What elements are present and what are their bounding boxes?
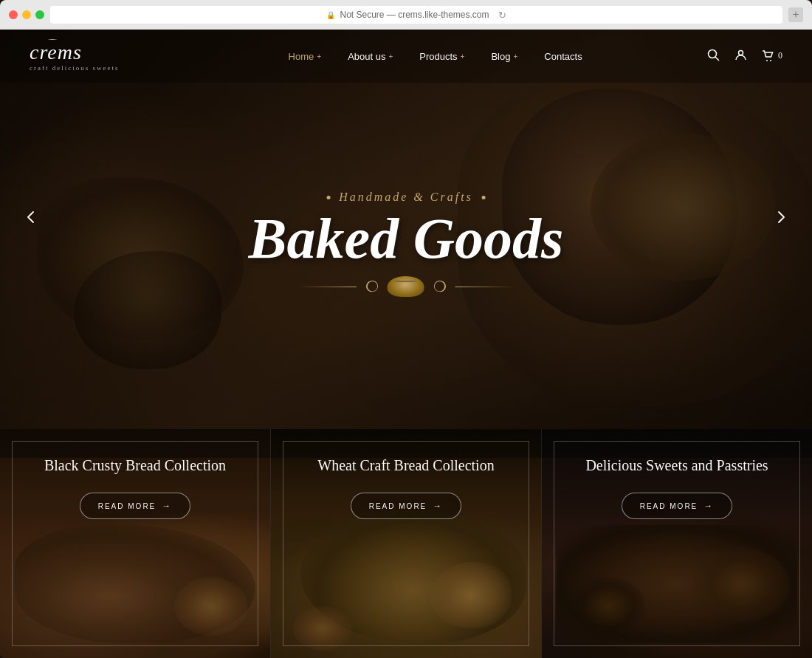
hero-content: Handmade & Crafts Baked Goods ❍ ❍ [249, 191, 564, 297]
search-icon[interactable] [707, 49, 720, 64]
logo-name: crems [30, 41, 119, 64]
nav-label-home: Home [289, 51, 314, 62]
bread-ornament-icon [388, 276, 424, 297]
ornament-curl-left: ❍ [365, 278, 379, 295]
svg-point-3 [766, 60, 768, 61]
card-3-texture-2 [694, 547, 790, 621]
card-1-btn-label: READ MORE [98, 502, 156, 510]
main-nav: Home + About us + Products + Blog + Cont… [163, 51, 706, 62]
nav-label-contacts: Contacts [544, 51, 582, 62]
nav-item-contacts[interactable]: Contacts [544, 51, 582, 62]
svg-line-1 [715, 57, 719, 61]
nav-item-about[interactable]: About us + [348, 51, 393, 62]
card-1-btn-arrow: → [162, 501, 172, 511]
nav-item-home[interactable]: Home + [289, 51, 322, 62]
nav-dropdown-icon-blog: + [513, 52, 517, 61]
site-container: crems craft delicious sweets Home + Abou… [0, 30, 812, 658]
card-2-content: Wheat Craft Bread Collection READ MORE → [271, 429, 541, 519]
lock-icon: 🔒 [326, 11, 335, 19]
new-tab-button[interactable]: + [788, 7, 803, 22]
slider-next-button[interactable] [765, 201, 797, 233]
svg-point-0 [708, 49, 716, 58]
card-3-btn-label: READ MORE [640, 502, 698, 510]
hero-title: Baked Goods [249, 210, 564, 267]
hero-ornament: ❍ ❍ [249, 276, 564, 297]
minimize-button[interactable] [22, 10, 31, 19]
card-sweets-passtries: Delicious Sweets and Passtries READ MORE… [542, 429, 812, 658]
user-icon[interactable] [734, 49, 747, 64]
nav-label-about: About us [348, 51, 385, 62]
card-2-btn-arrow: → [433, 501, 443, 511]
slider-prev-button[interactable] [15, 201, 47, 233]
card-2-read-more-button[interactable]: READ MORE → [351, 493, 462, 519]
nav-dropdown-icon-products: + [461, 52, 465, 61]
subtitle-dot-right [482, 196, 486, 199]
card-2-btn-label: READ MORE [369, 502, 427, 510]
card-3-btn-arrow: → [703, 501, 714, 511]
site-header: crems craft delicious sweets Home + Abou… [0, 30, 812, 83]
card-wheat-craft-bread: Wheat Craft Bread Collection READ MORE → [270, 429, 542, 658]
url-text: Not Secure — crems.like-themes.com [340, 10, 489, 20]
card-2-title: Wheat Craft Bread Collection [293, 456, 519, 475]
header-icons: 0 [707, 49, 782, 64]
ornament-line-left [297, 287, 357, 287]
card-1-texture-2 [174, 577, 248, 636]
nav-item-products[interactable]: Products + [419, 51, 464, 62]
cart-count: 0 [778, 50, 782, 61]
card-3-texture-3 [571, 577, 645, 636]
svg-point-2 [738, 50, 743, 55]
close-button[interactable] [9, 10, 18, 19]
card-3-content: Delicious Sweets and Passtries READ MORE… [542, 429, 812, 519]
traffic-lights [9, 10, 44, 19]
cart-icon[interactable]: 0 [762, 49, 782, 63]
card-2-texture-3 [293, 606, 352, 651]
card-1-read-more-button[interactable]: READ MORE → [80, 493, 191, 519]
card-3-title: Delicious Sweets and Passtries [564, 456, 790, 475]
browser-chrome: 🔒 Not Secure — crems.like-themes.com ↻ + [0, 0, 812, 30]
card-3-read-more-button[interactable]: READ MORE → [622, 493, 733, 519]
ornament-line-right [455, 287, 515, 287]
nav-item-blog[interactable]: Blog + [491, 51, 517, 62]
cards-section: Black Crusty Bread Collection READ MORE … [0, 429, 812, 658]
subtitle-dot-left [326, 196, 330, 199]
svg-point-4 [770, 60, 771, 61]
card-black-crusty-bread: Black Crusty Bread Collection READ MORE … [0, 429, 270, 658]
nav-label-products: Products [419, 51, 457, 62]
hero-section: Handmade & Crafts Baked Goods ❍ ❍ [0, 30, 812, 458]
logo-tagline: craft delicious sweets [30, 64, 119, 72]
nav-label-blog: Blog [491, 51, 510, 62]
ornament-curl-right: ❍ [433, 278, 447, 295]
nav-dropdown-icon-about: + [388, 52, 393, 61]
fullscreen-button[interactable] [35, 10, 44, 19]
hero-subtitle: Handmade & Crafts [249, 191, 564, 204]
card-1-title: Black Crusty Bread Collection [22, 456, 248, 475]
url-bar[interactable]: 🔒 Not Secure — crems.like-themes.com ↻ [50, 6, 782, 24]
logo[interactable]: crems craft delicious sweets [30, 41, 119, 72]
nav-dropdown-icon-home: + [317, 52, 321, 61]
card-2-texture-2 [430, 562, 512, 628]
refresh-icon[interactable]: ↻ [498, 10, 506, 21]
card-1-content: Black Crusty Bread Collection READ MORE … [0, 429, 270, 519]
